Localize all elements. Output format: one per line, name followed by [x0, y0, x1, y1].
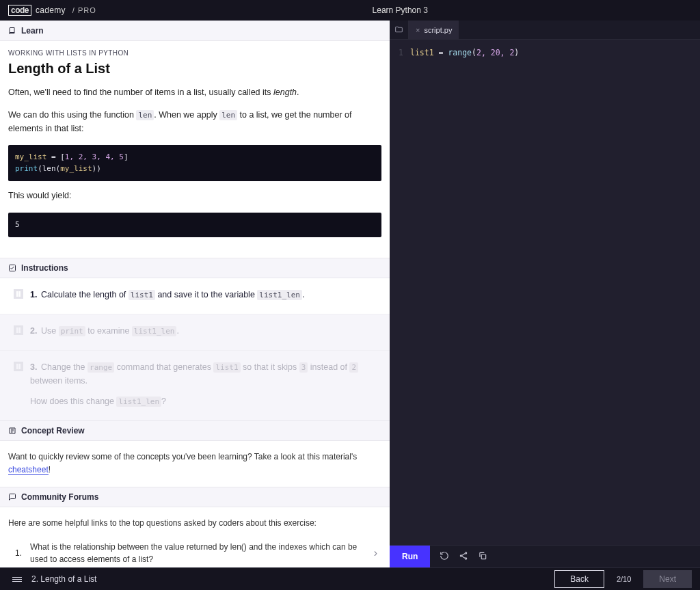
menu-icon[interactable] — [12, 577, 22, 582]
svg-point-3 — [466, 557, 467, 559]
forums-intro: Here are some helpful links to the top q… — [8, 517, 381, 530]
instructions-body: 1. Calculate the length of list1 and sav… — [0, 278, 390, 420]
back-button[interactable]: Back — [554, 570, 604, 588]
concept-review-body: Want to quickly review some of the conce… — [0, 441, 390, 487]
file-tabs: × script.py — [390, 21, 700, 40]
book-icon — [8, 27, 16, 35]
instruction-step-3: 3. Change the range command that generat… — [0, 350, 390, 420]
step-checkbox[interactable] — [14, 362, 23, 371]
brand-rest: cademy — [36, 5, 66, 15]
lesson-eyebrow: WORKING WITH LISTS IN PYTHON — [8, 49, 381, 57]
cheatsheet-link[interactable]: cheatsheet — [8, 465, 49, 475]
svg-point-1 — [466, 552, 467, 553]
step-2-num: 2. — [30, 326, 37, 336]
code-output-1: 5 — [8, 213, 381, 238]
code-example-1: my_list = [1, 2, 3, 4, 5] print(len(my_l… — [8, 145, 381, 181]
yield-text: This would yield: — [8, 189, 381, 202]
line-number: 1 — [390, 46, 410, 59]
svg-point-2 — [461, 554, 462, 556]
code-line-1: list1 = range(2, 20, 2) — [410, 46, 519, 59]
course-title: Learn Python 3 — [373, 5, 428, 15]
editor-pane: × script.py 1 list1 = range(2, 20, 2) Ru… — [390, 21, 700, 567]
close-icon[interactable]: × — [416, 26, 420, 34]
instructions-header: Instructions — [0, 258, 390, 278]
brand-pro: / PRO — [72, 6, 96, 14]
progress-counter: 2/10 — [617, 575, 631, 583]
reset-icon[interactable] — [440, 551, 449, 563]
lesson-p2: We can do this using the function len. W… — [8, 109, 381, 135]
copy-icon[interactable] — [478, 551, 487, 563]
learn-header: Learn — [0, 21, 390, 41]
bottom-bar: 2. Length of a List Back 2/10 Next — [0, 567, 700, 590]
file-tab-script[interactable]: × script.py — [409, 21, 459, 39]
run-button[interactable]: Run — [390, 546, 430, 567]
lesson-progress-label: 2. Length of a List — [31, 574, 96, 584]
lesson-term-length: length — [273, 88, 297, 97]
main-split: Learn WORKING WITH LISTS IN PYTHON Lengt… — [0, 21, 700, 567]
lesson-p2-a: We can do this using the function — [8, 110, 136, 120]
svg-rect-4 — [482, 554, 486, 559]
lesson-p1: Often, we'll need to find the number of … — [8, 86, 381, 99]
folder-icon[interactable] — [390, 21, 409, 39]
forum-q-text: What is the relationship between the val… — [30, 541, 366, 566]
step-checkbox[interactable] — [14, 325, 23, 335]
file-tab-label: script.py — [424, 26, 452, 34]
instruction-step-1: 1. Calculate the length of list1 and sav… — [0, 278, 390, 314]
checklist-icon — [8, 264, 16, 272]
step-3-num: 3. — [30, 362, 37, 372]
lesson-content: WORKING WITH LISTS IN PYTHON Length of a… — [0, 41, 390, 258]
step-checkbox[interactable] — [14, 289, 23, 299]
token-len-2: len — [219, 110, 237, 120]
community-forums-body: Here are some helpful links to the top q… — [0, 507, 390, 567]
forum-q-num: 1. — [11, 547, 22, 560]
chevron-right-icon: › — [374, 545, 381, 562]
step-1-num: 1. — [30, 290, 37, 299]
lesson-pane: Learn WORKING WITH LISTS IN PYTHON Lengt… — [0, 21, 390, 567]
lesson-p1-a: Often, we'll need to find the number of … — [8, 88, 273, 97]
instruction-step-2: 2. Use print to examine list1_len. — [0, 314, 390, 350]
lesson-p2-b: . When we apply — [154, 110, 219, 120]
next-button[interactable]: Next — [643, 570, 692, 588]
brand-logo[interactable]: codecademy / PRO — [8, 5, 96, 16]
lesson-title: Length of a List — [8, 61, 381, 77]
community-forums-label: Community Forums — [21, 492, 98, 502]
brand-code: code — [8, 5, 31, 16]
code-editor[interactable]: 1 list1 = range(2, 20, 2) — [390, 40, 700, 545]
concept-review-header: Concept Review — [0, 420, 390, 441]
concept-review-label: Concept Review — [21, 426, 85, 435]
forum-question-1[interactable]: 1. What is the relationship between the … — [8, 538, 381, 567]
editor-action-bar: Run — [390, 545, 700, 567]
community-forums-header: Community Forums — [0, 487, 390, 507]
share-icon[interactable] — [459, 551, 468, 563]
note-icon — [8, 427, 16, 435]
top-bar: codecademy / PRO Learn Python 3 — [0, 0, 700, 21]
learn-header-label: Learn — [21, 26, 44, 36]
token-len: len — [136, 110, 154, 120]
chat-icon — [8, 493, 16, 501]
instructions-header-label: Instructions — [21, 263, 68, 273]
